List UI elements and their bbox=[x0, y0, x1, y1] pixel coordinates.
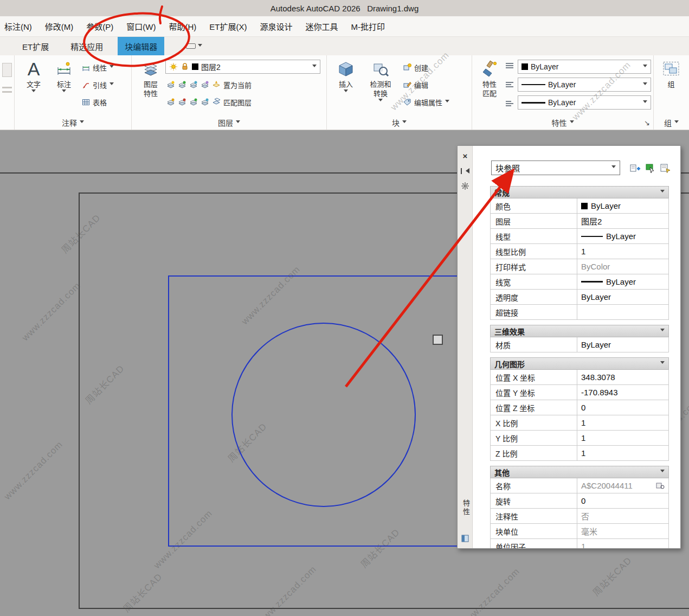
selection-grip[interactable] bbox=[433, 335, 443, 345]
table-label: 表格 bbox=[93, 97, 107, 107]
table-button[interactable]: 表格 bbox=[82, 94, 130, 110]
value-text: -170.8943 bbox=[581, 388, 618, 397]
property-row: 材质ByLayer bbox=[490, 337, 669, 352]
lineweight-select[interactable]: ByLayer bbox=[518, 95, 651, 110]
check-convert-button[interactable]: 检测和 转换 bbox=[365, 58, 396, 104]
chevron-down-icon bbox=[110, 82, 114, 87]
minimize-ribbon-button[interactable] bbox=[186, 37, 202, 55]
list-icon[interactable] bbox=[505, 81, 514, 88]
text-button[interactable]: A 文字 bbox=[19, 58, 48, 94]
value-text: 0 bbox=[581, 496, 585, 505]
property-value[interactable]: 0 bbox=[577, 493, 668, 508]
palette-window-icon[interactable] bbox=[458, 532, 473, 545]
edit-block-button[interactable]: 编辑 bbox=[403, 77, 467, 92]
panel-label-block[interactable]: 块 bbox=[327, 116, 472, 130]
block-circle[interactable] bbox=[231, 323, 416, 507]
property-label: 位置 X 坐标 bbox=[491, 370, 577, 384]
property-value[interactable]: 0 bbox=[577, 400, 668, 415]
set-current-icon bbox=[212, 80, 221, 89]
value-text: 348.3078 bbox=[581, 373, 615, 382]
linear-dimension-button[interactable]: 线性 bbox=[82, 60, 130, 75]
property-value[interactable]: 1 bbox=[577, 244, 668, 259]
menu-item[interactable]: 标注(N) bbox=[4, 21, 32, 32]
quick-select-icon[interactable] bbox=[658, 162, 672, 175]
ribbon-tab[interactable]: 精选应用 bbox=[63, 37, 110, 55]
block-picker-icon[interactable] bbox=[656, 482, 665, 490]
match-properties-button[interactable]: 特性 匹配 bbox=[475, 58, 504, 98]
property-value[interactable]: ByLayer bbox=[577, 274, 668, 289]
layer-tool-icon bbox=[178, 98, 186, 106]
section-header[interactable]: 三维效果 bbox=[490, 325, 669, 337]
group-button[interactable]: 组 bbox=[657, 58, 685, 89]
leader-button[interactable]: 引线 bbox=[82, 77, 130, 92]
property-value[interactable]: 1 bbox=[577, 431, 668, 445]
property-value[interactable]: 348.3078 bbox=[577, 370, 668, 384]
insert-button[interactable]: 插入 bbox=[332, 58, 359, 94]
chevron-down-icon bbox=[62, 89, 66, 94]
panel-label-layers[interactable]: 图层 bbox=[132, 116, 326, 130]
property-row: Y 比例1 bbox=[490, 431, 669, 446]
section-title: 三维效果 bbox=[494, 326, 525, 337]
create-block-button[interactable]: 创建 bbox=[403, 60, 467, 75]
ribbon-tab[interactable]: ET扩展 bbox=[15, 37, 56, 55]
list-icon[interactable] bbox=[505, 100, 514, 107]
menu-item[interactable]: 修改(M) bbox=[45, 21, 74, 32]
property-value[interactable] bbox=[577, 305, 668, 319]
section-header[interactable]: 常规 bbox=[490, 186, 669, 198]
menu-item[interactable]: 帮助(H) bbox=[169, 21, 196, 32]
section-header[interactable]: 其他 bbox=[490, 466, 669, 478]
property-label: 名称 bbox=[491, 478, 577, 493]
property-value[interactable]: 否 bbox=[577, 509, 668, 523]
layer-properties-button[interactable]: 图层 特性 bbox=[137, 58, 164, 98]
menu-item[interactable]: 迷你工具 bbox=[306, 21, 338, 32]
property-value[interactable]: ByLayer bbox=[577, 337, 668, 352]
make-current-button[interactable]: 置为当前 bbox=[166, 77, 252, 92]
menu-item[interactable]: ET扩展(X) bbox=[209, 21, 247, 32]
menu-item[interactable]: M-批打印 bbox=[351, 21, 385, 32]
property-value[interactable]: ByLayer bbox=[577, 290, 668, 304]
chevron-down-icon bbox=[378, 99, 383, 104]
panel-label-annotation[interactable]: 注释 bbox=[15, 116, 131, 130]
panel-label-group[interactable]: 组 bbox=[654, 116, 689, 130]
gear-icon[interactable] bbox=[458, 179, 473, 193]
close-icon[interactable]: × bbox=[458, 149, 473, 162]
property-value[interactable]: -170.8943 bbox=[577, 385, 668, 400]
property-value[interactable]: 毫米 bbox=[577, 524, 668, 538]
property-value[interactable]: ByColor bbox=[577, 259, 668, 274]
property-label: Z 比例 bbox=[491, 446, 577, 460]
property-value[interactable]: 1 bbox=[577, 415, 668, 430]
property-value[interactable]: A$C20044411 bbox=[577, 478, 668, 493]
value-text: ByLayer bbox=[581, 292, 611, 301]
property-row: 图层图层2 bbox=[490, 214, 669, 229]
property-value[interactable]: 1 bbox=[577, 446, 668, 460]
layer-select[interactable]: 图层2 bbox=[165, 60, 320, 74]
linetype-select[interactable]: ByLayer bbox=[518, 78, 651, 92]
match-layer-button[interactable]: 匹配图层 bbox=[166, 94, 252, 110]
object-color-select[interactable]: ByLayer bbox=[518, 60, 651, 74]
menu-item[interactable]: 窗口(W) bbox=[126, 21, 156, 32]
section-header[interactable]: 几何图形 bbox=[490, 357, 669, 370]
value-text: ByLayer bbox=[606, 232, 636, 241]
property-row: 旋转0 bbox=[490, 493, 669, 509]
list-icon[interactable] bbox=[505, 62, 514, 69]
select-objects-icon[interactable] bbox=[643, 162, 656, 175]
value-text: 1 bbox=[581, 418, 585, 427]
layer-tool-icon bbox=[189, 98, 198, 106]
set-current-label: 置为当前 bbox=[223, 80, 252, 90]
ribbon-tab[interactable]: 块编辑器 bbox=[118, 37, 164, 55]
panel-label-properties[interactable]: 特性 bbox=[472, 116, 653, 130]
menu-item[interactable]: 源泉设计 bbox=[260, 21, 292, 32]
property-row: 位置 Y 坐标-170.8943 bbox=[490, 385, 669, 400]
edit-attributes-button[interactable]: 编辑属性 bbox=[403, 94, 467, 110]
object-type-select[interactable]: 块参照 bbox=[491, 161, 620, 175]
property-value[interactable]: 1 bbox=[577, 539, 668, 549]
auto-hide-icon[interactable] bbox=[458, 164, 473, 177]
property-value[interactable]: ByLayer bbox=[577, 229, 668, 243]
property-value[interactable]: 图层2 bbox=[577, 214, 668, 228]
menu-item[interactable]: 参数(P) bbox=[86, 21, 113, 32]
layer-properties-icon bbox=[141, 58, 160, 80]
toggle-pickadd-icon[interactable] bbox=[628, 162, 641, 175]
dialog-launcher-icon[interactable]: ↘ bbox=[644, 119, 650, 127]
dimension-button[interactable]: 标注 bbox=[49, 58, 79, 94]
property-value[interactable]: ByLayer bbox=[577, 198, 668, 213]
